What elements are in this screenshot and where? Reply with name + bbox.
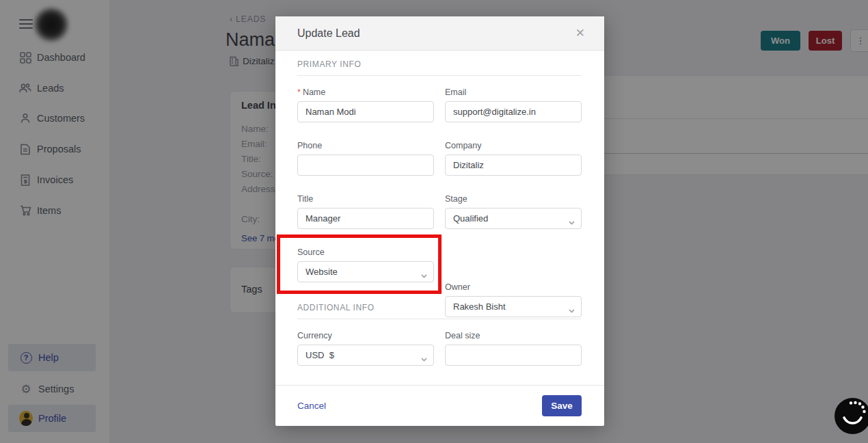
company-field[interactable] [445, 155, 582, 176]
phone-field[interactable] [297, 155, 434, 176]
chevron-down-icon [569, 215, 575, 219]
chat-widget-button[interactable] [835, 398, 868, 434]
section-divider [297, 75, 582, 76]
deal-size-label: Deal size [445, 331, 582, 340]
stage-select[interactable] [445, 208, 582, 229]
modal-header: Update Lead ✕ [275, 16, 604, 51]
form-row: Currency Deal size [297, 331, 582, 369]
source-select[interactable] [297, 261, 434, 282]
update-lead-modal: Update Lead ✕ PRIMARY INFO *Name Email P… [275, 16, 604, 426]
title-label: Title [297, 194, 434, 204]
section-divider [297, 319, 582, 319]
form-row: *Name Email [297, 88, 582, 126]
required-asterisk: * [297, 88, 301, 97]
form-row: Source Owner [297, 247, 582, 286]
section-additional-info: ADDITIONAL INFO [297, 303, 375, 312]
form-row: Title Stage [297, 194, 582, 232]
cancel-button[interactable]: Cancel [297, 401, 326, 411]
chevron-down-icon [421, 269, 427, 273]
chat-smiley-icon [835, 398, 868, 434]
name-label: *Name [297, 88, 434, 97]
modal-title: Update Lead [297, 27, 360, 40]
email-label: Email [445, 88, 582, 97]
form-row: Phone Company [297, 141, 582, 179]
email-field[interactable] [445, 101, 582, 122]
currency-label: Currency [297, 331, 434, 340]
name-field[interactable] [297, 101, 434, 122]
deal-size-field[interactable] [445, 345, 582, 366]
currency-select[interactable] [297, 345, 434, 366]
owner-label: Owner [445, 282, 582, 292]
source-label: Source [297, 247, 434, 257]
section-primary-info: PRIMARY INFO [297, 59, 361, 69]
close-icon[interactable]: ✕ [575, 26, 585, 40]
chevron-down-icon [421, 352, 427, 356]
phone-label: Phone [297, 141, 434, 150]
company-label: Company [445, 141, 582, 150]
modal-footer: Cancel Save [275, 385, 604, 426]
owner-select[interactable] [445, 296, 582, 317]
save-button[interactable]: Save [542, 395, 582, 416]
title-field[interactable] [297, 208, 434, 229]
stage-label: Stage [445, 194, 582, 204]
chevron-down-icon [569, 304, 575, 308]
